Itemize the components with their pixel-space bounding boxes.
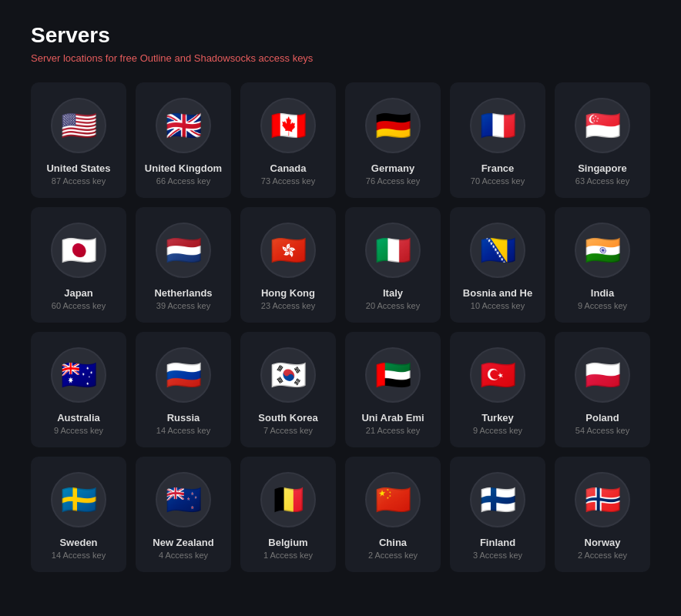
flag-circle: 🇫🇮 <box>470 472 525 527</box>
server-card[interactable]: 🇸🇬Singapore63 Access key <box>555 82 650 198</box>
subtitle-plain: Server locations for free <box>31 52 140 64</box>
flag-circle: 🇨🇳 <box>365 472 421 527</box>
flag-circle: 🇫🇷 <box>470 98 525 153</box>
flag-circle: 🇨🇦 <box>260 98 316 153</box>
flag-circle: 🇳🇴 <box>575 472 630 527</box>
flag-circle: 🇩🇪 <box>365 98 421 153</box>
flag-circle: 🇬🇧 <box>156 98 211 153</box>
servers-grid: 🇺🇸United States87 Access key🇬🇧United Kin… <box>31 82 650 572</box>
server-card[interactable]: 🇨🇦Canada73 Access key <box>240 82 336 198</box>
server-card[interactable]: 🇰🇷South Korea7 Access key <box>240 332 336 447</box>
server-card[interactable]: 🇦🇪Uni Arab Emi21 Access key <box>345 332 441 447</box>
country-name: China <box>379 537 407 548</box>
flag-circle: 🇸🇬 <box>575 98 630 153</box>
access-key-count: 14 Access key <box>52 551 106 560</box>
server-card[interactable]: 🇧🇦Bosnia and He10 Access key <box>450 207 545 323</box>
access-key-count: 10 Access key <box>471 301 525 310</box>
access-key-count: 54 Access key <box>575 426 629 435</box>
country-name: Singapore <box>578 162 627 174</box>
country-name: Poland <box>585 412 619 424</box>
access-key-count: 3 Access key <box>473 551 522 560</box>
flag-circle: 🇮🇹 <box>365 223 421 278</box>
flag-circle: 🇯🇵 <box>51 223 106 278</box>
flag-circle: 🇸🇪 <box>51 472 106 527</box>
access-key-count: 2 Access key <box>578 551 627 560</box>
flag-circle: 🇳🇱 <box>156 223 211 278</box>
access-key-count: 73 Access key <box>261 176 315 186</box>
access-key-count: 70 Access key <box>471 176 525 186</box>
server-card[interactable]: 🇳🇴Norway2 Access key <box>555 457 650 572</box>
server-card[interactable]: 🇫🇮Finland3 Access key <box>450 457 545 572</box>
access-key-count: 23 Access key <box>261 301 315 310</box>
server-card[interactable]: 🇭🇰Hong Kong23 Access key <box>240 207 336 323</box>
access-key-count: 9 Access key <box>473 426 522 435</box>
server-card[interactable]: 🇳🇱Netherlands39 Access key <box>136 207 231 323</box>
server-card[interactable]: 🇹🇷Turkey9 Access key <box>450 332 545 447</box>
access-key-count: 1 Access key <box>263 551 313 560</box>
access-key-count: 87 Access key <box>52 176 106 186</box>
server-card[interactable]: 🇸🇪Sweden14 Access key <box>31 457 126 572</box>
server-card[interactable]: 🇫🇷France70 Access key <box>450 82 545 198</box>
flag-circle: 🇵🇱 <box>575 347 630 403</box>
server-card[interactable]: 🇳🇿New Zealand4 Access key <box>136 457 231 572</box>
country-name: Netherlands <box>154 287 212 299</box>
country-name: India <box>591 287 614 299</box>
page-title: Servers <box>31 23 650 48</box>
country-name: Bosnia and He <box>463 287 532 299</box>
flag-circle: 🇮🇳 <box>575 223 630 278</box>
server-card[interactable]: 🇷🇺Russia14 Access key <box>136 332 231 447</box>
country-name: Canada <box>270 162 307 174</box>
access-key-count: 39 Access key <box>156 301 210 310</box>
server-card[interactable]: 🇮🇹Italy20 Access key <box>345 207 441 323</box>
country-name: Sweden <box>59 537 97 548</box>
country-name: South Korea <box>258 412 317 424</box>
access-key-count: 60 Access key <box>52 301 106 310</box>
subtitle-rest: and Shadowsocks access keys <box>172 52 314 64</box>
flag-circle: 🇰🇷 <box>260 347 316 403</box>
country-name: Finland <box>480 537 515 548</box>
flag-circle: 🇦🇪 <box>365 347 421 403</box>
access-key-count: 21 Access key <box>366 426 420 435</box>
access-key-count: 7 Access key <box>263 426 313 435</box>
country-name: United States <box>46 162 110 174</box>
flag-circle: 🇷🇺 <box>156 347 211 403</box>
country-name: New Zealand <box>153 537 213 548</box>
country-name: Uni Arab Emi <box>361 412 424 424</box>
server-card[interactable]: 🇧🇪Belgium1 Access key <box>240 457 336 572</box>
server-card[interactable]: 🇵🇱Poland54 Access key <box>555 332 650 447</box>
flag-circle: 🇺🇸 <box>51 98 106 153</box>
access-key-count: 4 Access key <box>159 551 208 560</box>
flag-circle: 🇧🇪 <box>260 472 316 527</box>
country-name: Australia <box>57 412 100 424</box>
subtitle-highlight: Outline <box>140 52 172 64</box>
page-subtitle: Server locations for free Outline and Sh… <box>31 52 650 64</box>
access-key-count: 76 Access key <box>366 176 420 186</box>
country-name: Japan <box>64 287 93 299</box>
access-key-count: 63 Access key <box>575 176 629 186</box>
country-name: Hong Kong <box>261 287 315 299</box>
server-card[interactable]: 🇺🇸United States87 Access key <box>31 82 126 198</box>
country-name: Belgium <box>268 537 307 548</box>
flag-circle: 🇦🇺 <box>51 347 106 403</box>
country-name: Turkey <box>481 412 514 424</box>
country-name: Russia <box>167 412 200 424</box>
country-name: United Kingdom <box>145 162 222 174</box>
access-key-count: 9 Access key <box>54 426 103 435</box>
access-key-count: 14 Access key <box>156 426 210 435</box>
server-card[interactable]: 🇯🇵Japan60 Access key <box>31 207 126 323</box>
country-name: Norway <box>585 537 621 548</box>
flag-circle: 🇧🇦 <box>470 223 525 278</box>
server-card[interactable]: 🇮🇳India9 Access key <box>555 207 650 323</box>
server-card[interactable]: 🇦🇺Australia9 Access key <box>31 332 126 447</box>
country-name: Italy <box>383 287 403 299</box>
flag-circle: 🇭🇰 <box>260 223 316 278</box>
access-key-count: 20 Access key <box>366 301 420 310</box>
country-name: Germany <box>371 162 414 174</box>
flag-circle: 🇹🇷 <box>470 347 525 403</box>
country-name: France <box>481 162 515 174</box>
server-card[interactable]: 🇩🇪Germany76 Access key <box>345 82 441 198</box>
access-key-count: 9 Access key <box>578 301 627 310</box>
server-card[interactable]: 🇨🇳China2 Access key <box>345 457 441 572</box>
flag-circle: 🇳🇿 <box>156 472 211 527</box>
server-card[interactable]: 🇬🇧United Kingdom66 Access key <box>136 82 231 198</box>
